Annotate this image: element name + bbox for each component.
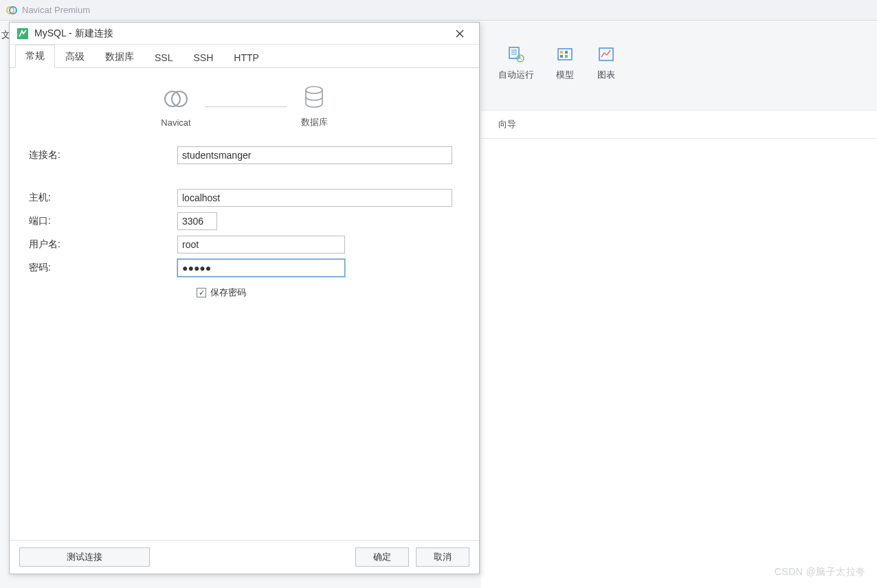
host-label: 主机:	[29, 192, 177, 204]
new-connection-dialog: MySQL - 新建连接 常规 高级 数据库 SSL SSH HTTP Navi…	[9, 22, 480, 574]
toolbar-item-autorun[interactable]: 自动运行	[498, 44, 534, 99]
row-connection-name: 连接名:	[29, 144, 460, 167]
main-title-bar: Navicat Premium	[0, 0, 877, 21]
database-icon	[302, 84, 326, 111]
watermark: CSDN @脑子太拉夸	[775, 566, 866, 578]
toolbar-item-model[interactable]: 模型	[555, 44, 575, 99]
dialog-tabs: 常规 高级 数据库 SSL SSH HTTP	[10, 45, 479, 68]
ok-button[interactable]: 确定	[355, 547, 409, 567]
toolbar-label: 自动运行	[498, 69, 534, 81]
dialog-title-bar: MySQL - 新建连接	[10, 23, 479, 45]
graphic-database-label: 数据库	[301, 116, 328, 128]
dialog-title: MySQL - 新建连接	[34, 27, 447, 40]
autorun-icon	[506, 44, 526, 65]
graphic-navicat-label: Navicat	[161, 117, 190, 128]
close-icon	[456, 30, 464, 38]
app-title: Navicat Premium	[22, 5, 90, 15]
connection-name-input[interactable]	[177, 146, 452, 164]
dialog-footer: 测试连接 确定 取消	[10, 540, 479, 574]
username-label: 用户名:	[29, 238, 177, 251]
row-host: 主机:	[29, 186, 460, 210]
connection-graphic: Navicat 数据库	[10, 68, 479, 137]
password-input[interactable]	[177, 259, 345, 277]
row-save-password: ✓ 保存密码	[29, 280, 460, 299]
port-label: 端口:	[29, 215, 177, 227]
toolbar-label: 模型	[556, 69, 574, 81]
tab-ssh[interactable]: SSH	[183, 47, 223, 68]
svg-rect-10	[560, 51, 563, 54]
graphic-database-node: 数据库	[301, 84, 328, 128]
graphic-navicat-node: Navicat	[161, 86, 190, 128]
toolbar-item-chart[interactable]: 图表	[596, 44, 617, 99]
model-icon	[555, 44, 575, 65]
port-input[interactable]	[177, 212, 217, 230]
close-button[interactable]	[447, 24, 472, 43]
svg-rect-9	[558, 49, 572, 60]
mysql-icon	[16, 27, 29, 40]
chart-icon	[596, 44, 617, 65]
background-toolbar: 自动运行 模型 图表	[481, 44, 877, 99]
row-password: 密码:	[29, 256, 460, 280]
save-password-label: 保存密码	[210, 286, 246, 299]
navicat-logo-icon	[5, 4, 18, 16]
password-label: 密码:	[29, 262, 177, 274]
svg-rect-11	[565, 51, 568, 54]
tab-http[interactable]: HTTP	[223, 47, 269, 68]
tab-database[interactable]: 数据库	[95, 45, 144, 68]
svg-point-20	[306, 87, 322, 93]
row-port: 端口:	[29, 210, 460, 233]
save-password-checkbox[interactable]: ✓	[197, 288, 206, 297]
subbar-hint: 向导	[498, 118, 516, 131]
toolbar-label: 图表	[597, 69, 615, 81]
svg-rect-13	[565, 55, 568, 58]
tab-advanced[interactable]: 高级	[55, 45, 95, 68]
svg-line-8	[520, 58, 522, 60]
connection-line	[205, 106, 287, 107]
navicat-icon	[163, 86, 189, 112]
background-subbar: 向导	[481, 110, 877, 139]
background-content	[481, 139, 877, 588]
connection-name-label: 连接名:	[29, 149, 177, 161]
username-input[interactable]	[177, 236, 345, 253]
tab-ssl[interactable]: SSL	[144, 47, 183, 68]
host-input[interactable]	[177, 189, 452, 207]
cancel-button[interactable]: 取消	[416, 547, 469, 567]
tab-general[interactable]: 常规	[15, 45, 55, 68]
row-username: 用户名:	[29, 233, 460, 256]
test-connection-button[interactable]: 测试连接	[19, 547, 150, 567]
svg-rect-12	[560, 55, 563, 58]
form-area: 连接名: 主机: 端口: 用户名: 密码: ✓ 保存密码	[10, 137, 479, 306]
